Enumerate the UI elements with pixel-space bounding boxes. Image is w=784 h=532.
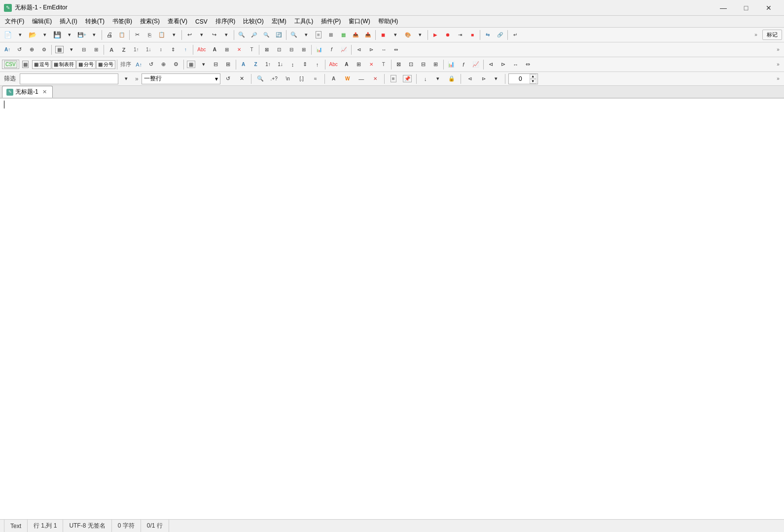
- csv-mode-button[interactable]: ≡: [313, 29, 324, 41]
- next-col-button[interactable]: ⊳: [365, 44, 377, 56]
- filter-dropdown-button[interactable]: ▾: [300, 29, 312, 41]
- open-dropdown-button[interactable]: ▾: [39, 29, 51, 41]
- csv-op3-btn[interactable]: ⊟: [418, 59, 429, 71]
- csv-formula-btn[interactable]: f: [458, 59, 469, 71]
- sort-advanced-button[interactable]: ⊕: [158, 59, 170, 71]
- csv-format-btn[interactable]: T: [378, 59, 390, 71]
- csv-view-dropdown[interactable]: ▾: [198, 59, 210, 71]
- csv-del-col-btn[interactable]: ✕: [365, 59, 377, 71]
- new-dropdown-button[interactable]: ▾: [14, 29, 26, 41]
- marks-button[interactable]: ◼: [377, 29, 389, 41]
- stats-button[interactable]: 📊: [313, 44, 325, 56]
- csv-comma-label[interactable]: ▦ 逗号: [32, 60, 51, 69]
- toolbar1-expander[interactable]: »: [752, 32, 760, 37]
- filter-bar-expander[interactable]: »: [774, 76, 782, 81]
- filter-word-button[interactable]: W: [342, 73, 354, 85]
- filter-dropdown-button[interactable]: ▾: [120, 73, 132, 85]
- filter-bookmark-button[interactable]: 📌: [401, 73, 413, 85]
- sort-asc-button2[interactable]: A↑: [133, 59, 145, 71]
- chart-button[interactable]: 📈: [338, 44, 350, 56]
- freeze-row-button[interactable]: ⊞: [90, 44, 102, 56]
- csv-select-btn[interactable]: ⇔: [522, 59, 534, 71]
- filter-down-button[interactable]: ↓: [420, 73, 431, 85]
- csv-split-label[interactable]: ▦ 分号: [96, 60, 115, 69]
- menu-tools[interactable]: 工具(L): [290, 16, 318, 27]
- csv-sort-a-btn[interactable]: A: [238, 59, 249, 71]
- status-line-count[interactable]: 0/1 行: [141, 520, 169, 532]
- maximize-button[interactable]: □: [735, 0, 757, 16]
- menu-view[interactable]: 查看(V): [164, 16, 191, 27]
- filter-scope-dropdown[interactable]: 一整行 ▾: [142, 73, 220, 84]
- filter-action1-button[interactable]: ⊲: [464, 73, 476, 85]
- csv-freeze-button[interactable]: ⊟: [210, 59, 222, 71]
- marks-dropdown-button[interactable]: ▾: [390, 29, 401, 41]
- csv-text-abc-btn[interactable]: Abc: [327, 59, 340, 71]
- save-button[interactable]: 💾: [51, 29, 63, 41]
- csv-insert-col-btn[interactable]: ⊞: [353, 59, 365, 71]
- open-button[interactable]: 📂: [27, 29, 38, 41]
- print-button[interactable]: 🖨: [104, 29, 115, 41]
- find-button[interactable]: 🔍: [236, 29, 248, 41]
- csv-text-A-btn[interactable]: A: [341, 59, 353, 71]
- menu-bookmark[interactable]: 书签(B): [108, 16, 136, 27]
- status-encoding[interactable]: UTF-8 无签名: [63, 520, 111, 532]
- filter-fuzzy-button[interactable]: ≈: [310, 73, 321, 85]
- col-select-button[interactable]: ⇔: [390, 44, 402, 56]
- menu-compare[interactable]: 比较(O): [239, 16, 267, 27]
- status-text-mode[interactable]: Text: [4, 520, 28, 532]
- csv-jump-btn[interactable]: ↔: [510, 59, 522, 71]
- sort-a-button[interactable]: A: [106, 44, 117, 56]
- sort-num-desc-button[interactable]: 1↓: [143, 44, 154, 56]
- sort-len-desc-button[interactable]: ⇕: [167, 44, 179, 56]
- filter-regex-button[interactable]: .+?: [268, 73, 280, 85]
- sort-len-asc-button[interactable]: ↕: [155, 44, 167, 56]
- csv-resize-button[interactable]: ⊞: [222, 59, 234, 71]
- filter-action-dropdown[interactable]: ▾: [490, 73, 502, 85]
- close-button[interactable]: ✕: [757, 0, 780, 16]
- export-button[interactable]: 📤: [350, 29, 361, 41]
- csv-table-button[interactable]: ▦: [20, 59, 32, 71]
- sort-special-button[interactable]: ⊕: [26, 44, 37, 56]
- col-op2-button[interactable]: ⊡: [273, 44, 285, 56]
- redo-button[interactable]: ↪: [208, 29, 220, 41]
- sort-z-button[interactable]: Z: [118, 44, 130, 56]
- minimize-button[interactable]: —: [712, 0, 735, 16]
- formula-button[interactable]: f: [325, 44, 337, 56]
- filter-clear-button[interactable]: ✕: [236, 73, 248, 85]
- col-op4-button[interactable]: ⊞: [298, 44, 310, 56]
- macros-record-button[interactable]: ⏺: [442, 29, 454, 41]
- filter-action2-button[interactable]: ⊳: [478, 73, 490, 85]
- csv-sort-z-btn[interactable]: Z: [250, 59, 262, 71]
- find-prev-button[interactable]: 🔍: [260, 29, 272, 41]
- csv-view-btn[interactable]: ▦: [185, 59, 197, 71]
- replace-button[interactable]: 🔄: [273, 29, 285, 41]
- mark-button[interactable]: 标记: [762, 30, 782, 40]
- csv-tabsym-label[interactable]: ▦ 分号: [76, 60, 96, 69]
- filter-bracket-button[interactable]: [.]: [296, 73, 308, 85]
- csv-op1-btn[interactable]: ⊠: [393, 59, 405, 71]
- menu-sort[interactable]: 排序(R): [212, 16, 240, 27]
- sort-num-asc-button[interactable]: 1↑: [130, 44, 142, 56]
- filter-count-up[interactable]: ▲: [530, 74, 536, 79]
- filter-input[interactable]: [20, 73, 118, 84]
- wrap-button[interactable]: ↵: [509, 29, 521, 41]
- table-view-dropdown[interactable]: ▾: [66, 44, 77, 56]
- csv-sort-1up-btn[interactable]: 1↑: [262, 59, 274, 71]
- col-op1-button[interactable]: ⊠: [261, 44, 273, 56]
- find-next-button[interactable]: 🔎: [248, 29, 260, 41]
- text-format-button[interactable]: T: [246, 44, 257, 56]
- col-jump-button[interactable]: ↔: [378, 44, 390, 56]
- text-abc-button[interactable]: Abc: [195, 44, 208, 56]
- sync-button[interactable]: 🔗: [494, 29, 506, 41]
- filter-count-down[interactable]: ▼: [530, 79, 536, 84]
- sort-settings-button[interactable]: ⚙: [170, 59, 182, 71]
- freeze-col-button[interactable]: ⊟: [78, 44, 90, 56]
- csv-prev-col-btn[interactable]: ⊲: [485, 59, 497, 71]
- text-upper-button[interactable]: A: [209, 44, 220, 56]
- editor-content[interactable]: [0, 99, 784, 519]
- csv-next-col-btn[interactable]: ⊳: [498, 59, 509, 71]
- status-char-count[interactable]: 0 字符: [112, 520, 141, 532]
- sort-refresh-button2[interactable]: ↺: [145, 59, 157, 71]
- tab-untitled1[interactable]: ✎ 无标题-1 ✕: [2, 86, 53, 98]
- csv-sort-extra-btn[interactable]: ↑: [312, 59, 323, 71]
